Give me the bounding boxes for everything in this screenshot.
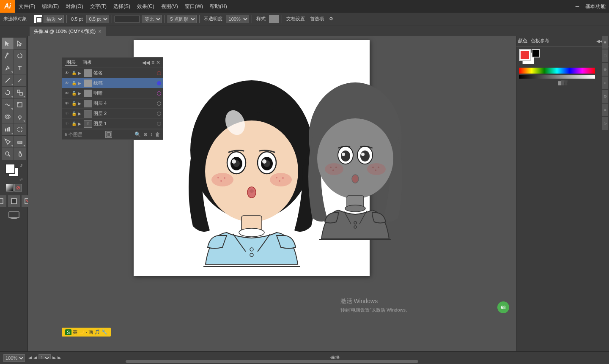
fill-swatch[interactable]: [34, 15, 42, 23]
layers-close-btn[interactable]: ✕: [156, 60, 160, 66]
stroke-width-select[interactable]: 0.5 pt: [86, 15, 109, 23]
menu-object[interactable]: 对象(O): [62, 0, 86, 13]
normal-mode-btn[interactable]: [0, 195, 6, 207]
fill-box[interactable]: [5, 164, 15, 174]
lock-icon-shading[interactable]: 🔒: [71, 90, 77, 96]
minimize-button[interactable]: ─: [571, 0, 584, 13]
menu-window[interactable]: 窗口(W): [181, 0, 206, 13]
color-tab[interactable]: 颜色: [518, 37, 527, 45]
maximize-button[interactable]: □: [584, 0, 596, 13]
panel-btn-5[interactable]: ⚙: [602, 90, 608, 103]
visibility-icon-linework[interactable]: 👁: [64, 80, 70, 86]
rotate-tool[interactable]: [2, 87, 14, 99]
default-colors-icon[interactable]: ↺: [19, 164, 23, 168]
visibility-icon-2[interactable]: 👁: [64, 111, 70, 117]
symbol-sprayer-tool[interactable]: [14, 111, 26, 123]
canvas-area[interactable]: miki 2016 2016: [28, 36, 516, 351]
lock-icon-4[interactable]: 🔒: [71, 101, 77, 107]
stroke-type-select[interactable]: 等比: [142, 15, 162, 23]
layer-item-4[interactable]: 👁 🔒 ▶ 图层 4: [62, 99, 163, 109]
menu-text[interactable]: 文字(T): [87, 0, 110, 13]
artboard-tool[interactable]: [14, 123, 26, 135]
layers-collapse-btn[interactable]: ◀◀: [142, 60, 150, 66]
preferences-button[interactable]: 首选项: [308, 15, 326, 23]
panel-btn-7[interactable]: ▷: [602, 117, 608, 130]
menu-view[interactable]: 视图(V): [158, 0, 181, 13]
expand-shading[interactable]: ▶: [78, 91, 82, 96]
style-swatch[interactable]: [269, 15, 279, 23]
panel-btn-6[interactable]: ≡: [602, 104, 608, 116]
layers-menu-btn[interactable]: ≡: [151, 60, 154, 66]
stroke-style-select[interactable]: 描边: [44, 15, 64, 23]
zoom-select[interactable]: 100%: [3, 354, 25, 362]
paintbrush-tool[interactable]: [14, 74, 26, 86]
hand-tool[interactable]: [14, 148, 26, 160]
layer-item-linework[interactable]: 👁 🔒 ▶ 线稿: [62, 78, 163, 88]
layer-item-shading[interactable]: 👁 🔒 ▶ 明暗: [62, 88, 163, 99]
lock-icon-1[interactable]: 🔒: [71, 121, 77, 127]
scale-tool[interactable]: [14, 87, 26, 99]
column-graph-tool[interactable]: [2, 123, 14, 135]
panel-btn-3[interactable]: ⊕: [602, 63, 608, 76]
visibility-icon-shading[interactable]: 👁: [64, 90, 70, 96]
menu-help[interactable]: 帮助(H): [206, 0, 230, 13]
input-method-btn[interactable]: S 英 🌙 · 画 🎵 🔧: [62, 328, 111, 337]
none-swatch[interactable]: ⊘: [14, 184, 22, 192]
panel-btn-4[interactable]: ○: [602, 77, 608, 89]
document-tab[interactable]: 头像.ai @ 100% (CMYK/预览) ✕: [30, 27, 106, 36]
warp-tool[interactable]: [2, 99, 14, 111]
lock-icon-2[interactable]: 🔒: [71, 111, 77, 117]
menu-select[interactable]: 选择(S): [110, 0, 134, 13]
doc-setup-button[interactable]: 文档设置: [285, 15, 307, 23]
visibility-icon-signature[interactable]: 👁: [64, 70, 70, 76]
horizontal-scrollbar[interactable]: [28, 359, 516, 364]
free-transform-tool[interactable]: [14, 99, 26, 111]
tab-close-icon[interactable]: ✕: [98, 29, 102, 34]
tab-layers[interactable]: 图层: [65, 59, 77, 66]
slice-tool[interactable]: [2, 136, 14, 148]
full-screen-mode-btn[interactable]: [8, 195, 20, 207]
move-layer-icon[interactable]: ↕: [150, 131, 153, 137]
pen-tool[interactable]: [2, 62, 14, 74]
lock-icon-signature[interactable]: 🔒: [71, 70, 77, 76]
color-spectrum[interactable]: [519, 68, 595, 74]
scrollbar-thumb[interactable]: [126, 360, 418, 363]
expand-1[interactable]: ▶: [78, 122, 82, 126]
lasso-tool[interactable]: [14, 50, 26, 62]
fg-fill-swatch[interactable]: [532, 49, 540, 57]
fg-color-swatch[interactable]: [519, 49, 531, 61]
swatch-ref-tab[interactable]: 色板参考: [531, 37, 549, 45]
gray-spectrum[interactable]: [519, 75, 595, 79]
delete-layer-icon[interactable]: 🗑: [155, 131, 160, 137]
expand-2[interactable]: ▶: [78, 112, 82, 116]
expand-signature[interactable]: ▶: [78, 71, 82, 75]
expand-4[interactable]: ▶: [78, 101, 82, 106]
select-tool[interactable]: [2, 38, 14, 49]
line-tool[interactable]: [2, 74, 14, 86]
change-screen-mode[interactable]: [8, 211, 20, 221]
menu-edit[interactable]: 编辑(E): [38, 0, 62, 13]
gradient-swatch[interactable]: [6, 184, 14, 192]
search-layers-icon[interactable]: 🔍: [134, 131, 141, 137]
lock-icon-linework[interactable]: 🔒: [71, 80, 77, 86]
panel-btn-2[interactable]: □: [602, 49, 608, 62]
layer-item-1[interactable]: 👁 🔒 ▶ T 图层 1: [62, 119, 163, 129]
visibility-icon-1[interactable]: 👁: [64, 121, 70, 127]
tab-artboards[interactable]: 画板: [81, 59, 93, 66]
menu-file[interactable]: 文件(F): [15, 0, 38, 13]
expand-linework[interactable]: ▶: [78, 81, 82, 85]
zoom-tool[interactable]: [2, 148, 14, 160]
layer-item-2[interactable]: 👁 🔒 ▶ 图层 2: [62, 109, 163, 119]
swap-colors-icon[interactable]: ⇄: [19, 177, 23, 181]
brush-select[interactable]: 5 点圆形: [167, 15, 197, 23]
magic-wand-tool[interactable]: [2, 50, 14, 62]
eraser-tool[interactable]: [14, 136, 26, 148]
layer-item-signature[interactable]: 👁 🔒 ▶ 签名: [62, 68, 163, 78]
type-tool[interactable]: T: [14, 62, 26, 74]
opacity-select[interactable]: 100%: [226, 15, 249, 23]
menu-effect[interactable]: 效果(C): [134, 0, 158, 13]
add-layer-icon[interactable]: ⊕: [143, 131, 148, 137]
visibility-icon-4[interactable]: 👁: [64, 101, 70, 107]
panel-btn-1[interactable]: ■: [602, 36, 608, 49]
close-button[interactable]: ✕: [596, 0, 609, 13]
